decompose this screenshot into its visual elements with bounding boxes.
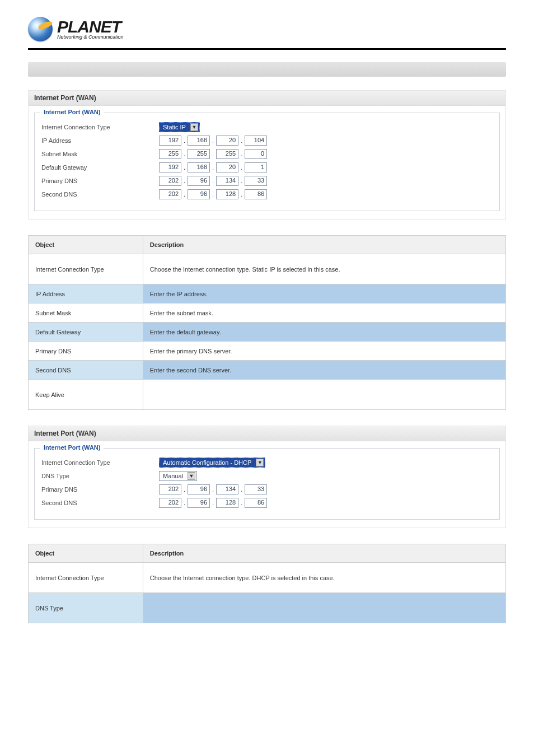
table-cell-object: Internet Connection Type bbox=[29, 254, 143, 284]
mask-octet-1[interactable]: 255 bbox=[159, 149, 181, 159]
section-heading-bar bbox=[28, 62, 506, 77]
ip-octet-3[interactable]: 20 bbox=[216, 136, 238, 146]
select-conn-type-value: Static IP bbox=[161, 124, 188, 130]
table-cell-object: Second DNS bbox=[29, 361, 143, 380]
wan-dhcp-fieldset: Internet Port (WAN) Internet Connection … bbox=[34, 448, 500, 520]
table-cell-description: Choose the Internet connection type. DHC… bbox=[143, 563, 505, 593]
label-gateway: Default Gateway bbox=[41, 164, 159, 171]
header-divider bbox=[28, 48, 506, 50]
second-dns-input: 202. 96. 128. 86 bbox=[159, 498, 267, 508]
sdns-octet-4[interactable]: 86 bbox=[245, 189, 267, 199]
chevron-down-icon: ▼ bbox=[256, 459, 264, 466]
table-row: Internet Connection TypeChoose the Inter… bbox=[29, 254, 506, 284]
label-primary-dns: Primary DNS bbox=[41, 178, 159, 184]
table-cell-description: Enter the IP address. bbox=[143, 284, 505, 304]
dhcp-table: Object Description Internet Connection T… bbox=[28, 544, 506, 623]
second-dns-input: 202. 96. 128. 86 bbox=[159, 189, 267, 199]
table-cell-description: Enter the default gateway. bbox=[143, 323, 505, 342]
col-description: Description bbox=[143, 236, 505, 254]
gw-octet-2[interactable]: 168 bbox=[188, 162, 210, 172]
pdns-octet-3[interactable]: 134 bbox=[216, 176, 238, 186]
label-ip: IP Address bbox=[41, 137, 159, 144]
subnet-mask-input: 255. 255. 255. 0 bbox=[159, 149, 267, 159]
col-object: Object bbox=[29, 544, 143, 563]
static-ip-table: Object Description Internet Connection T… bbox=[28, 235, 506, 410]
sdns-octet-3[interactable]: 128 bbox=[216, 498, 238, 508]
mask-octet-4[interactable]: 0 bbox=[245, 149, 267, 159]
pdns-octet-1[interactable]: 202 bbox=[159, 484, 181, 494]
table-row: Keep Alive bbox=[29, 380, 506, 410]
table-cell-object: Keep Alive bbox=[29, 380, 143, 410]
sdns-octet-4[interactable]: 86 bbox=[245, 498, 267, 508]
select-conn-type-value: Automatic Configuration - DHCP bbox=[161, 459, 254, 466]
select-dns-type-value: Manual bbox=[161, 473, 185, 479]
table-cell-object: Internet Connection Type bbox=[29, 563, 143, 593]
table-cell-object: Primary DNS bbox=[29, 342, 143, 361]
mask-octet-2[interactable]: 255 bbox=[188, 149, 210, 159]
table-row: IP AddressEnter the IP address. bbox=[29, 284, 506, 304]
gw-octet-1[interactable]: 192 bbox=[159, 162, 181, 172]
pdns-octet-3[interactable]: 134 bbox=[216, 484, 238, 494]
gw-octet-4[interactable]: 1 bbox=[245, 162, 267, 172]
planet-globe-icon bbox=[28, 17, 53, 41]
mask-octet-3[interactable]: 255 bbox=[216, 149, 238, 159]
pdns-octet-4[interactable]: 33 bbox=[245, 484, 267, 494]
col-description: Description bbox=[143, 544, 505, 563]
sdns-octet-1[interactable]: 202 bbox=[159, 498, 181, 508]
table-cell-description: Enter the second DNS server. bbox=[143, 361, 505, 380]
table-cell-description: Choose the Internet connection type. Sta… bbox=[143, 254, 505, 284]
ip-address-input: 192. 168. 20. 104 bbox=[159, 136, 267, 146]
sdns-octet-1[interactable]: 202 bbox=[159, 189, 181, 199]
table-row: Subnet MaskEnter the subnet mask. bbox=[29, 304, 506, 323]
pdns-octet-4[interactable]: 33 bbox=[245, 176, 267, 186]
col-object: Object bbox=[29, 236, 143, 254]
panel-title: Internet Port (WAN) bbox=[29, 426, 505, 441]
ip-octet-4[interactable]: 104 bbox=[245, 136, 267, 146]
panel-title: Internet Port (WAN) bbox=[29, 91, 505, 106]
wan-static-fieldset: Internet Port (WAN) Internet Connection … bbox=[34, 113, 500, 211]
primary-dns-input: 202. 96. 134. 33 bbox=[159, 176, 267, 186]
fieldset-legend: Internet Port (WAN) bbox=[40, 109, 104, 115]
select-dns-type[interactable]: Manual ▼ bbox=[159, 471, 197, 481]
brand-name: PLANET bbox=[57, 19, 124, 34]
brand-tagline: Networking & Communication bbox=[57, 34, 124, 40]
label-second-dns: Second DNS bbox=[41, 191, 159, 198]
primary-dns-input: 202. 96. 134. 33 bbox=[159, 484, 267, 494]
ip-octet-2[interactable]: 168 bbox=[188, 136, 210, 146]
pdns-octet-1[interactable]: 202 bbox=[159, 176, 181, 186]
table-cell-description bbox=[143, 593, 505, 623]
sdns-octet-2[interactable]: 96 bbox=[188, 498, 210, 508]
chevron-down-icon: ▼ bbox=[190, 123, 198, 131]
fieldset-legend: Internet Port (WAN) bbox=[40, 444, 104, 451]
gateway-input: 192. 168. 20. 1 bbox=[159, 162, 267, 172]
table-cell-description: Enter the primary DNS server. bbox=[143, 342, 505, 361]
pdns-octet-2[interactable]: 96 bbox=[188, 176, 210, 186]
label-primary-dns: Primary DNS bbox=[41, 486, 159, 493]
label-conn-type: Internet Connection Type bbox=[41, 459, 159, 466]
label-second-dns: Second DNS bbox=[41, 500, 159, 506]
wan-static-panel: Internet Port (WAN) Internet Port (WAN) … bbox=[28, 90, 506, 220]
sdns-octet-3[interactable]: 128 bbox=[216, 189, 238, 199]
table-row: Second DNSEnter the second DNS server. bbox=[29, 361, 506, 380]
table-cell-object: DNS Type bbox=[29, 593, 143, 623]
sdns-octet-2[interactable]: 96 bbox=[188, 189, 210, 199]
table-cell-object: IP Address bbox=[29, 284, 143, 304]
gw-octet-3[interactable]: 20 bbox=[216, 162, 238, 172]
table-cell-description bbox=[143, 380, 505, 410]
label-dns-type: DNS Type bbox=[41, 473, 159, 479]
pdns-octet-2[interactable]: 96 bbox=[188, 484, 210, 494]
logo: PLANET Networking & Communication bbox=[28, 17, 506, 41]
table-row: Default GatewayEnter the default gateway… bbox=[29, 323, 506, 342]
select-conn-type[interactable]: Static IP ▼ bbox=[159, 122, 200, 132]
table-cell-object: Default Gateway bbox=[29, 323, 143, 342]
chevron-down-icon: ▼ bbox=[188, 472, 195, 480]
select-conn-type[interactable]: Automatic Configuration - DHCP ▼ bbox=[159, 458, 265, 468]
table-row: DNS Type bbox=[29, 593, 506, 623]
table-cell-description: Enter the subnet mask. bbox=[143, 304, 505, 323]
table-cell-object: Subnet Mask bbox=[29, 304, 143, 323]
table-row: Primary DNSEnter the primary DNS server. bbox=[29, 342, 506, 361]
ip-octet-1[interactable]: 192 bbox=[159, 136, 181, 146]
label-mask: Subnet Mask bbox=[41, 151, 159, 157]
wan-dhcp-panel: Internet Port (WAN) Internet Port (WAN) … bbox=[28, 426, 506, 528]
table-row: Internet Connection TypeChoose the Inter… bbox=[29, 563, 506, 593]
